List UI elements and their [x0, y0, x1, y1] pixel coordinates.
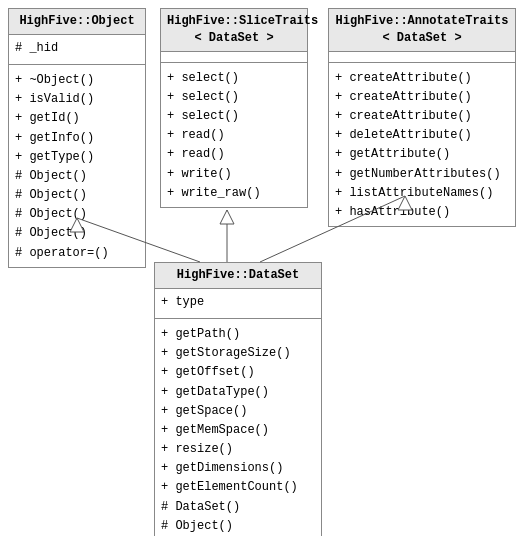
dataset-section1: + type — [155, 289, 321, 316]
annotatetraits-member: + createAttribute() — [335, 107, 509, 126]
object-member: + getId() — [15, 109, 139, 128]
slicetraits-box: HighFive::SliceTraits < DataSet > + sele… — [160, 8, 308, 208]
dataset-member: # DataSet() — [161, 498, 315, 517]
dataset-member: + getSpace() — [161, 402, 315, 421]
dataset-member: + type — [161, 293, 315, 312]
dataset-member: + getDataType() — [161, 383, 315, 402]
slicetraits-member: + read() — [167, 145, 301, 164]
annotatetraits-member: + getAttribute() — [335, 145, 509, 164]
slicetraits-member: + select() — [167, 88, 301, 107]
slicetraits-title: HighFive::SliceTraits < DataSet > — [161, 9, 307, 52]
annotatetraits-member: + createAttribute() — [335, 69, 509, 88]
dataset-member: + resize() — [161, 440, 315, 459]
slicetraits-member: + write_raw() — [167, 184, 301, 203]
slicetraits-member: + select() — [167, 107, 301, 126]
object-member: # _hid — [15, 39, 139, 58]
object-member: # Object() — [15, 224, 139, 243]
arrow-head-slicetraits — [220, 210, 234, 224]
dataset-box: HighFive::DataSet + type + getPath() + g… — [154, 262, 322, 536]
dataset-title-text: HighFive::DataSet — [177, 268, 299, 282]
object-section1: # _hid — [9, 35, 145, 62]
slicetraits-section1 — [161, 52, 307, 60]
uml-diagram: HighFive::Object # _hid + ~Object() + is… — [0, 0, 525, 536]
slicetraits-member: + select() — [167, 69, 301, 88]
annotatetraits-member: + getNumberAttributes() — [335, 165, 509, 184]
annotatetraits-section1 — [329, 52, 515, 60]
object-member: # Object() — [15, 186, 139, 205]
object-section2: + ~Object() + isValid() + getId() + getI… — [9, 67, 145, 267]
annotatetraits-title-text2: < DataSet > — [382, 31, 461, 45]
slicetraits-title-text2: < DataSet > — [194, 31, 273, 45]
object-member: + ~Object() — [15, 71, 139, 90]
dataset-member: + getOffset() — [161, 363, 315, 382]
object-member: # Object() — [15, 167, 139, 186]
annotatetraits-member: + hasAttribute() — [335, 203, 509, 222]
annotatetraits-section2: + createAttribute() + createAttribute() … — [329, 65, 515, 227]
annotatetraits-member: + listAttributeNames() — [335, 184, 509, 203]
dataset-member: # Object() — [161, 517, 315, 536]
dataset-member: + getPath() — [161, 325, 315, 344]
dataset-separator — [155, 318, 321, 319]
object-member: + isValid() — [15, 90, 139, 109]
object-member: + getType() — [15, 148, 139, 167]
dataset-member: + getStorageSize() — [161, 344, 315, 363]
annotatetraits-title: HighFive::AnnotateTraits < DataSet > — [329, 9, 515, 52]
dataset-title: HighFive::DataSet — [155, 263, 321, 289]
slicetraits-member: + read() — [167, 126, 301, 145]
object-member: # operator=() — [15, 244, 139, 263]
annotatetraits-separator — [329, 62, 515, 63]
object-box: HighFive::Object # _hid + ~Object() + is… — [8, 8, 146, 268]
annotatetraits-member: + deleteAttribute() — [335, 126, 509, 145]
dataset-section2: + getPath() + getStorageSize() + getOffs… — [155, 321, 321, 536]
slicetraits-section2: + select() + select() + select() + read(… — [161, 65, 307, 207]
annotatetraits-box: HighFive::AnnotateTraits < DataSet > + c… — [328, 8, 516, 227]
slicetraits-member: + write() — [167, 165, 301, 184]
dataset-member: + getMemSpace() — [161, 421, 315, 440]
annotatetraits-title-text: HighFive::AnnotateTraits — [336, 14, 509, 28]
annotatetraits-member: + createAttribute() — [335, 88, 509, 107]
dataset-member: + getElementCount() — [161, 478, 315, 497]
object-member: + getInfo() — [15, 129, 139, 148]
slicetraits-separator — [161, 62, 307, 63]
slicetraits-title-text: HighFive::SliceTraits — [167, 14, 318, 28]
object-separator — [9, 64, 145, 65]
object-member: # Object() — [15, 205, 139, 224]
object-title-text: HighFive::Object — [19, 14, 134, 28]
dataset-member: + getDimensions() — [161, 459, 315, 478]
object-title: HighFive::Object — [9, 9, 145, 35]
